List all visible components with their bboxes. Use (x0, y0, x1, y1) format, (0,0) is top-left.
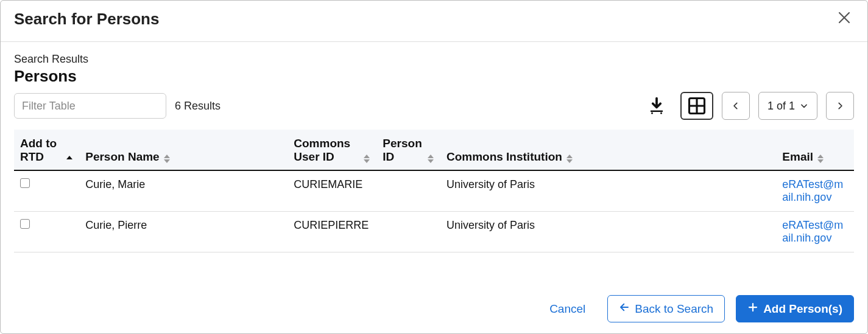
next-page-button[interactable] (826, 92, 854, 120)
modal-footer: Cancel Back to Search Add Person(s) (1, 286, 867, 333)
persons-table: Add to RTD Person Name (14, 130, 854, 252)
back-to-search-label: Back to Search (635, 302, 713, 316)
cell-commons-user-id: CURIEMARIE (288, 170, 376, 212)
row-checkbox[interactable] (20, 219, 30, 229)
sort-icon (566, 154, 573, 164)
sort-icon (163, 154, 171, 164)
search-results-label: Search Results (14, 53, 854, 66)
back-to-search-button[interactable]: Back to Search (607, 295, 725, 322)
grid-icon (688, 97, 706, 115)
toolbar-right: 1 of 1 (641, 92, 854, 120)
col-header-label: Commons Institution (446, 150, 562, 164)
col-header-add-to-rtd[interactable]: Add to RTD (14, 130, 79, 170)
cell-commons-institution: University of Paris (440, 212, 776, 252)
cell-person-name: Curie, Marie (79, 170, 288, 212)
col-header-commons-institution[interactable]: Commons Institution (440, 130, 776, 170)
col-header-label: Person ID (383, 137, 423, 164)
col-header-label: Add to RTD (20, 137, 62, 164)
filter-table-input[interactable] (14, 93, 166, 119)
sort-icon (363, 154, 370, 164)
persons-heading: Persons (14, 67, 854, 86)
sort-icon (427, 154, 434, 164)
col-header-commons-user-id[interactable]: Commons User ID (288, 130, 376, 170)
col-header-label: Commons User ID (294, 137, 359, 164)
cell-person-name: Curie, Pierre (79, 212, 288, 252)
col-header-label: Person Name (85, 150, 159, 164)
cell-commons-user-id: CURIEPIERRE (288, 212, 376, 252)
chevron-down-icon (800, 102, 808, 110)
prev-page-button[interactable] (722, 92, 750, 120)
plus-icon (747, 302, 758, 316)
email-link[interactable]: eRATest@mail.nih.gov (782, 178, 843, 203)
search-persons-modal: Search for Persons Search Results Person… (0, 0, 868, 334)
persons-table-body: Curie, Marie CURIEMARIE University of Pa… (14, 170, 854, 252)
chevron-right-icon (836, 102, 844, 110)
cell-person-id (376, 212, 440, 252)
chevron-left-icon (732, 102, 740, 110)
sort-asc-icon (66, 150, 73, 164)
table-row: Curie, Pierre CURIEPIERRE University of … (14, 212, 854, 252)
modal-title: Search for Persons (14, 10, 159, 29)
row-checkbox[interactable] (20, 178, 30, 188)
table-row: Curie, Marie CURIEMARIE University of Pa… (14, 170, 854, 212)
modal-header: Search for Persons (1, 1, 867, 42)
add-persons-button[interactable]: Add Person(s) (736, 295, 854, 322)
add-persons-label: Add Person(s) (763, 302, 842, 316)
close-icon (837, 10, 852, 25)
sort-icon (817, 154, 824, 164)
download-button[interactable] (641, 92, 672, 120)
col-header-email[interactable]: Email (776, 130, 854, 170)
results-count: 6 Results (175, 100, 221, 113)
arrow-left-icon (619, 302, 630, 316)
download-icon (647, 97, 666, 115)
table-header-row: Add to RTD Person Name (14, 130, 854, 170)
page-label: 1 of 1 (767, 100, 795, 113)
toolbar-left: 6 Results (14, 93, 221, 119)
col-header-label: Email (782, 150, 813, 164)
close-button[interactable] (834, 8, 854, 30)
cell-commons-institution: University of Paris (440, 170, 776, 212)
page-select[interactable]: 1 of 1 (758, 92, 817, 120)
table-toolbar: 6 Results (14, 92, 854, 120)
email-link[interactable]: eRATest@mail.nih.gov (782, 219, 843, 244)
modal-body[interactable]: Search Results Persons 6 Results (1, 42, 867, 286)
svg-point-1 (660, 112, 662, 114)
cancel-button[interactable]: Cancel (538, 296, 596, 322)
grid-view-button[interactable] (680, 92, 713, 120)
svg-point-0 (651, 112, 653, 114)
cell-person-id (376, 170, 440, 212)
col-header-person-name[interactable]: Person Name (79, 130, 288, 170)
col-header-person-id[interactable]: Person ID (376, 130, 440, 170)
